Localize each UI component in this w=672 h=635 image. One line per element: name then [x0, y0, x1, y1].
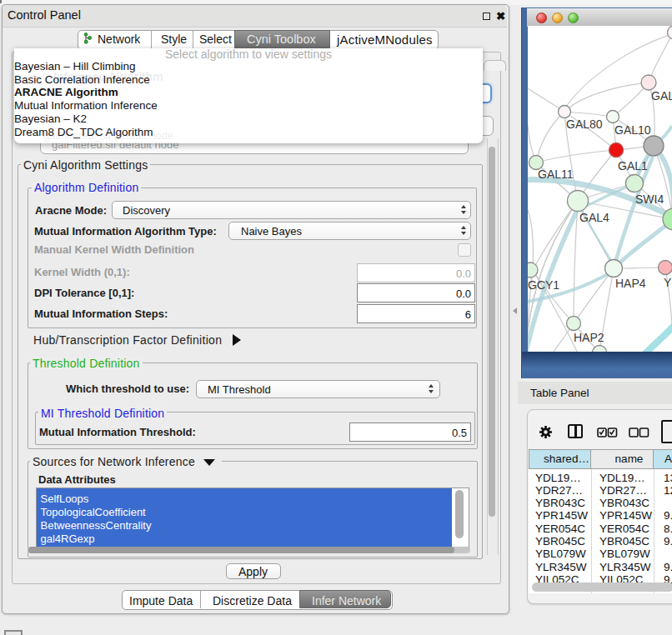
svg-text:GAL1: GAL1 [618, 159, 648, 172]
svg-text:SWI4: SWI4 [635, 192, 664, 206]
svg-text:HAP2: HAP2 [574, 331, 604, 344]
svg-text:HAP4: HAP4 [615, 277, 646, 290]
svg-text:GAL7: GAL7 [651, 89, 672, 102]
svg-text:GCY1: GCY1 [528, 278, 559, 292]
svg-text:YM: YM [664, 276, 672, 289]
svg-text:GAL10: GAL10 [614, 123, 651, 137]
svg-text:GAL11: GAL11 [538, 168, 574, 181]
svg-text:GAL4: GAL4 [579, 211, 609, 224]
svg-text:GAL80: GAL80 [566, 118, 603, 131]
